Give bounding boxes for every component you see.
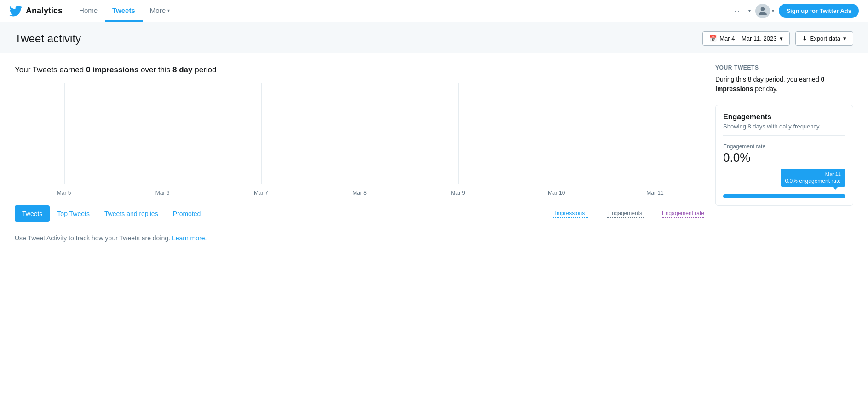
avatar-chevron: ▾ [772, 8, 774, 13]
engagements-subtitle: Showing 8 days with daily frequency [723, 123, 845, 136]
col-header-eng-rate: Engagement rate [662, 210, 704, 218]
engagement-bar-container [723, 194, 845, 198]
empty-state-text: Use Tweet Activity to track how your Twe… [15, 234, 172, 242]
analytics-brand: Analytics [26, 6, 63, 16]
navbar-logo: Analytics [9, 5, 63, 17]
engagement-rate-value: 0.0% [723, 151, 845, 165]
your-tweets-description: During this 8 day period, you earned 0 i… [715, 75, 853, 94]
grid-line-6 [557, 83, 557, 184]
twitter-logo [9, 5, 22, 17]
dots-menu[interactable]: ··· [734, 6, 744, 16]
chevron-down-icon: ▾ [167, 8, 170, 13]
chart-area: Your Tweets earned 0 impressions over th… [15, 64, 704, 245]
user-icon [758, 6, 768, 16]
date-chevron-icon: ▾ [780, 35, 783, 42]
your-tweets-section: YOUR TWEETS During this 8 day period, yo… [715, 64, 853, 94]
empty-state: Use Tweet Activity to track how your Twe… [15, 223, 704, 245]
header-actions: 📅 Mar 4 – Mar 11, 2023 ▾ ⬇ Export data ▾ [702, 31, 853, 46]
tabs-row: Tweets Top Tweets Tweets and replies Pro… [15, 205, 704, 223]
impressions-chart [15, 83, 704, 184]
chart-label-1: Mar 5 [50, 190, 78, 196]
date-range-button[interactable]: 📅 Mar 4 – Mar 11, 2023 ▾ [702, 31, 789, 46]
calendar-icon: 📅 [709, 35, 717, 42]
tab-tweets[interactable]: Tweets [15, 205, 50, 222]
tab-col-headers: Impressions Engagements Engagement rate [552, 210, 704, 218]
tab-tweets-replies[interactable]: Tweets and replies [97, 205, 166, 223]
engagement-tooltip: Mar 11 0.0% engagement rate [781, 169, 845, 187]
impressions-summary: Your Tweets earned 0 impressions over th… [15, 64, 704, 76]
avatar [755, 4, 770, 18]
sidebar: YOUR TWEETS During this 8 day period, yo… [715, 64, 853, 245]
page-header: Tweet activity 📅 Mar 4 – Mar 11, 2023 ▾ … [0, 22, 868, 53]
signup-button[interactable]: Sign up for Twitter Ads [779, 4, 859, 18]
grid-line-5 [458, 83, 459, 184]
tooltip-date: Mar 11 [785, 171, 841, 177]
navbar: Analytics Home Tweets More ▾ ··· ▾ ▾ Sig… [0, 0, 868, 22]
main-nav: Home Tweets More ▾ [72, 0, 177, 22]
chart-label-3: Mar 7 [247, 190, 275, 196]
chart-label-6: Mar 10 [543, 190, 570, 196]
engagements-card: Engagements Showing 8 days with daily fr… [715, 105, 853, 206]
engagements-title: Engagements [723, 113, 845, 121]
avatar-button[interactable]: ▾ [755, 4, 774, 18]
export-label: Export data [810, 35, 841, 42]
engagement-bar [723, 194, 845, 198]
nav-more[interactable]: More ▾ [143, 0, 177, 22]
tooltip-value: 0.0% engagement rate [785, 178, 841, 184]
your-tweets-title: YOUR TWEETS [715, 64, 853, 71]
grid-line-3 [261, 83, 262, 184]
export-chevron-icon: ▾ [843, 35, 846, 42]
nav-home[interactable]: Home [72, 0, 105, 22]
col-header-engagements: Engagements [607, 210, 644, 218]
page-title: Tweet activity [15, 32, 81, 45]
chart-label-5: Mar 9 [444, 190, 472, 196]
grid-line-2 [163, 83, 163, 184]
engagement-rate-label: Engagement rate [723, 143, 845, 150]
col-header-impressions: Impressions [552, 210, 588, 218]
nav-tweets[interactable]: Tweets [105, 0, 143, 22]
chart-label-4: Mar 8 [345, 190, 373, 196]
chart-label-2: Mar 6 [149, 190, 176, 196]
chart-labels: Mar 5 Mar 6 Mar 7 Mar 8 Mar 9 Mar 10 Mar… [15, 186, 704, 204]
chart-label-7: Mar 11 [641, 190, 669, 196]
download-icon: ⬇ [802, 35, 807, 42]
export-button[interactable]: ⬇ Export data ▾ [795, 31, 854, 46]
chevron-down-icon-2: ▾ [748, 8, 751, 13]
navbar-right: ··· ▾ ▾ Sign up for Twitter Ads [734, 4, 859, 18]
grid-line-4 [360, 83, 360, 184]
main-content: Your Tweets earned 0 impressions over th… [0, 53, 868, 256]
grid-line-7 [655, 83, 655, 184]
tooltip-container: Mar 11 0.0% engagement rate [723, 169, 845, 187]
tab-top-tweets[interactable]: Top Tweets [50, 205, 97, 223]
tab-promoted[interactable]: Promoted [166, 205, 208, 223]
date-range-label: Mar 4 – Mar 11, 2023 [719, 35, 776, 42]
learn-more-link[interactable]: Learn more. [172, 234, 207, 242]
chart-grid [15, 83, 704, 184]
grid-line-1 [64, 83, 65, 184]
